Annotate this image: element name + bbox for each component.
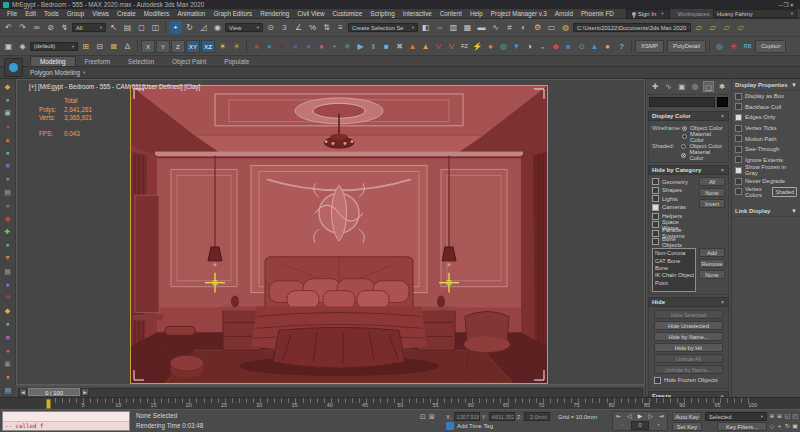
ribbon-tab[interactable]: Modeling xyxy=(30,56,76,66)
cup-icon[interactable]: ◒ xyxy=(536,40,549,53)
vray-v-icon[interactable]: V xyxy=(432,40,445,53)
maximize-viewport-icon[interactable]: ▣ xyxy=(791,421,799,431)
category-button[interactable]: All xyxy=(699,177,725,186)
quad-tool-icon[interactable]: ● xyxy=(2,344,14,357)
select-scale-icon[interactable]: ◿ xyxy=(197,21,210,34)
plugin-icon[interactable]: ● xyxy=(276,40,289,53)
zoom-all-icon[interactable]: ⊞ xyxy=(776,411,784,421)
wireframe-material-color-radio[interactable]: Material Color xyxy=(682,133,725,142)
utilities-tab-icon[interactable]: ✱ xyxy=(717,81,727,92)
track-bar[interactable]: 5101520253035404550556065707580859095100 xyxy=(0,397,800,410)
stop-animation-icon[interactable]: ■ xyxy=(380,40,393,53)
menu-item[interactable]: Scripting xyxy=(366,10,399,17)
select-rotate-icon[interactable]: ↻ xyxy=(183,21,196,34)
select-object-icon[interactable]: ↖ xyxy=(107,21,120,34)
plugin-icon[interactable]: ● xyxy=(315,40,328,53)
key-filters-button[interactable]: Key Filters... xyxy=(717,422,767,431)
phoenix-fire-icon[interactable]: ▲ xyxy=(406,40,419,53)
redo-icon[interactable]: ↷ xyxy=(16,21,29,34)
list-item[interactable]: Bone xyxy=(655,265,693,272)
quad-tool-icon[interactable]: ◉ xyxy=(2,212,14,225)
reference-coordinate-dropdown[interactable]: View▾ xyxy=(225,23,263,32)
angle-constraint-icon[interactable]: ∆ xyxy=(121,40,134,53)
z-coordinate-field[interactable]: 2.0mm xyxy=(524,412,550,421)
maximize-icon[interactable]: ❒ xyxy=(783,2,788,8)
rollout-header[interactable]: Display Color▼ xyxy=(648,111,729,121)
menu-item[interactable]: Interactive xyxy=(399,10,436,17)
quad-tool-icon[interactable]: ▼ xyxy=(2,251,14,264)
shaded-material-color-radio[interactable]: Material Color xyxy=(681,151,725,160)
y-coordinate-field[interactable]: 4611.352 xyxy=(489,412,515,421)
maxscript-mini-listener[interactable]: -- called f xyxy=(2,411,130,431)
plugin-icon[interactable]: ● xyxy=(601,40,614,53)
select-by-name-icon[interactable]: ▤ xyxy=(121,21,134,34)
camera-viewport[interactable]: [+] [MrEgypt - Bedroom - 555 - CAM 01] [… xyxy=(16,79,645,385)
display-property-checkbox[interactable]: Display as Box xyxy=(732,91,800,102)
plugin-icon[interactable]: ◑ xyxy=(523,40,536,53)
menu-item[interactable]: Customize xyxy=(329,10,367,17)
menu-item[interactable]: Tools xyxy=(40,10,63,17)
axis-constraint-button[interactable]: Y xyxy=(156,40,170,53)
snap-toggle-3d-icon[interactable]: 3 xyxy=(278,21,291,34)
rollout-header[interactable]: Display Properties▼ xyxy=(732,79,800,91)
modifier-set-icon[interactable]: ◈ xyxy=(16,40,29,53)
copitor-button[interactable]: Copitor xyxy=(755,40,786,53)
menu-item[interactable]: Phoenix FD xyxy=(577,10,618,17)
key-mode-icon[interactable]: ◦ xyxy=(614,421,630,430)
time-config-icon[interactable]: ◔ xyxy=(650,421,666,430)
selection-lock-toggle-icon[interactable]: ⊠ xyxy=(429,413,435,421)
quad-tool-icon[interactable]: ▦ xyxy=(2,265,14,278)
ribbon-tab[interactable]: Populate xyxy=(215,57,258,66)
rendered-frame-icon[interactable]: ▭ xyxy=(545,21,558,34)
folder-save-icon[interactable]: ▱ xyxy=(692,21,705,34)
plugin-icon[interactable]: ■ xyxy=(562,40,575,53)
quad-tool-icon[interactable]: ● xyxy=(2,172,14,185)
menu-item[interactable]: Animation xyxy=(173,10,209,17)
play-animation-icon[interactable]: ▶ xyxy=(354,40,367,53)
ribbon-menu-icon[interactable] xyxy=(4,58,23,77)
rect-region-icon[interactable]: ◻ xyxy=(135,21,148,34)
folder-open-icon[interactable]: ▱ xyxy=(706,21,719,34)
list-item[interactable]: CAT Bone xyxy=(655,258,693,265)
category-checkbox[interactable]: Lights xyxy=(652,195,696,204)
quad-tool-icon[interactable]: ✚ xyxy=(2,225,14,238)
category-custom-list[interactable]: Non-CoronaCAT BoneBoneIK Chain ObjectPoi… xyxy=(652,248,696,292)
menu-item[interactable]: File xyxy=(3,10,21,17)
display-property-checkbox[interactable]: Show Frozen in Gray xyxy=(732,165,800,176)
axis-constraint-button[interactable]: XZ xyxy=(201,40,215,53)
offset-mode-icon[interactable]: ⊟ xyxy=(93,40,106,53)
quad-tool-icon[interactable]: M xyxy=(2,291,14,304)
project-path-dropdown[interactable]: C:\Users\20122\Documents\3ds Max 2020▾ xyxy=(573,23,691,32)
object-name-field[interactable] xyxy=(649,97,715,107)
shaded-button[interactable]: Shaded xyxy=(772,187,797,197)
quad-tool-icon[interactable]: ● xyxy=(2,278,14,291)
zoom-icon[interactable]: ⊕ xyxy=(768,411,776,421)
category-checkbox[interactable]: Cameras xyxy=(652,203,696,212)
vertex-colors-checkbox[interactable]: Vertex Colors Shaded xyxy=(732,186,800,197)
hide-button[interactable]: Unhide All xyxy=(654,354,723,363)
list-item[interactable]: IK Chain Object xyxy=(655,272,693,279)
menu-item[interactable]: Project Manager v.3 xyxy=(487,10,551,17)
absolute-mode-icon[interactable]: ⊞ xyxy=(79,40,92,53)
quad-tool-icon[interactable]: ● xyxy=(2,120,14,133)
quad-tool-icon[interactable]: ● xyxy=(2,317,14,330)
window-crossing-icon[interactable]: ◫ xyxy=(149,21,162,34)
category-button[interactable]: None xyxy=(699,188,725,197)
menu-item[interactable]: Views xyxy=(88,10,113,17)
plugin-icon[interactable]: ⊙ xyxy=(575,40,588,53)
hide-button[interactable]: Unhide by Name... xyxy=(654,365,723,374)
list-item[interactable]: Point xyxy=(655,280,693,287)
modify-tab-icon[interactable]: ∿ xyxy=(663,81,673,92)
axis-constraint-button[interactable]: X xyxy=(141,40,155,53)
display-tab-icon[interactable]: ▢ xyxy=(703,81,713,92)
menu-item[interactable]: Content xyxy=(436,10,466,17)
zoom-region-icon[interactable]: ◰ xyxy=(791,411,799,421)
display-property-checkbox[interactable]: Backface Cull xyxy=(732,102,800,113)
menu-item[interactable]: Modifiers xyxy=(140,10,174,17)
display-property-checkbox[interactable]: Vertex Ticks xyxy=(732,123,800,134)
railclone-icon[interactable]: ✳ xyxy=(341,40,354,53)
phoenix-fire-icon[interactable]: ▲ xyxy=(419,40,432,53)
rb-plugin-icon[interactable]: RB xyxy=(741,40,754,53)
selection-lock-icon[interactable]: ⊠ xyxy=(107,40,120,53)
set-key-button[interactable]: Set Key xyxy=(672,422,702,431)
